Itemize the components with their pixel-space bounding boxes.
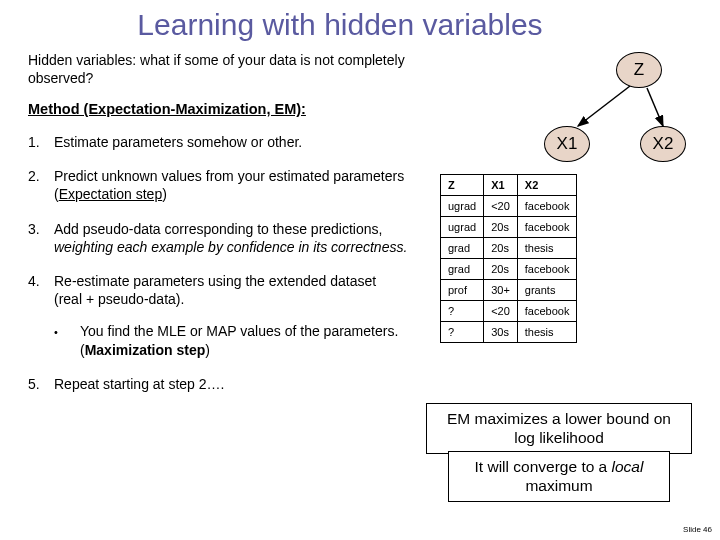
step-num: 1. — [28, 133, 54, 151]
node-z: Z — [616, 52, 662, 88]
table-row: ?<20facebook — [441, 301, 577, 322]
table-row: prof30+grants — [441, 280, 577, 301]
svg-line-0 — [578, 86, 630, 126]
step-text: Estimate parameters somehow or other. — [54, 133, 408, 151]
step-num: 5. — [28, 375, 54, 393]
table-cell: ugrad — [441, 196, 484, 217]
method-heading: Method (Expectation-Maximization, EM): — [28, 91, 408, 127]
step-text: Repeat starting at step 2…. — [54, 375, 408, 393]
node-x2: X2 — [640, 126, 686, 162]
table-cell: ? — [441, 301, 484, 322]
table-cell: <20 — [484, 196, 518, 217]
left-column: Hidden variables: what if some of your d… — [28, 46, 418, 403]
step-3: 3. Add pseudo-data corresponding to thes… — [28, 214, 408, 266]
table-cell: 20s — [484, 259, 518, 280]
table-header: X2 — [517, 175, 577, 196]
bullet-icon: • — [54, 322, 80, 358]
bullet-text: You find the MLE or MAP values of the pa… — [80, 322, 408, 358]
sub-bullet: • You find the MLE or MAP values of the … — [28, 318, 408, 368]
table-header: Z — [441, 175, 484, 196]
slide-number: Slide 46 — [683, 525, 712, 534]
table-cell: facebook — [517, 217, 577, 238]
expectation-step-label: Expectation step — [59, 186, 163, 202]
table-cell: facebook — [517, 196, 577, 217]
text: It will converge to a — [475, 458, 612, 475]
svg-line-1 — [647, 88, 663, 126]
maximization-step-label: Maximization step — [85, 342, 206, 358]
table-row: ?30sthesis — [441, 322, 577, 343]
step-text: Add pseudo-data corresponding to these p… — [54, 220, 408, 256]
step-2: 2. Predict unknown values from your esti… — [28, 161, 408, 213]
node-x1: X1 — [544, 126, 590, 162]
slide-title: Learning with hidden variables — [0, 0, 620, 46]
step-text: Predict unknown values from your estimat… — [54, 167, 408, 203]
table-cell: <20 — [484, 301, 518, 322]
table-cell: thesis — [517, 238, 577, 259]
callout-local-max: It will converge to a local maximum — [448, 451, 670, 502]
step-text: Re-estimate parameters using the extende… — [54, 272, 408, 308]
text: Add pseudo-data corresponding to these p… — [54, 221, 382, 237]
table-cell: facebook — [517, 259, 577, 280]
table-row: grad20sthesis — [441, 238, 577, 259]
table-cell: grants — [517, 280, 577, 301]
table-cell: thesis — [517, 322, 577, 343]
table-cell: grad — [441, 259, 484, 280]
table-cell: 20s — [484, 217, 518, 238]
table-cell: 30s — [484, 322, 518, 343]
table-row: ugrad20sfacebook — [441, 217, 577, 238]
text: ) — [162, 186, 167, 202]
data-table: ZX1X2 ugrad<20facebookugrad20sfacebookgr… — [440, 174, 577, 343]
table-cell: ugrad — [441, 217, 484, 238]
table-cell: 20s — [484, 238, 518, 259]
table-row: ugrad<20facebook — [441, 196, 577, 217]
step-num: 3. — [28, 220, 54, 256]
table-cell: facebook — [517, 301, 577, 322]
step-5: 5. Repeat starting at step 2…. — [28, 369, 408, 403]
step-1: 1. Estimate parameters somehow or other. — [28, 127, 408, 161]
text: ) — [205, 342, 210, 358]
text: maximum — [525, 477, 592, 494]
step-4: 4. Re-estimate parameters using the exte… — [28, 266, 408, 318]
table-cell: ? — [441, 322, 484, 343]
bayes-net-diagram: Z X1 X2 — [518, 52, 688, 167]
table-cell: grad — [441, 238, 484, 259]
step-num: 2. — [28, 167, 54, 203]
emphasis-text: weighting each example by confidence in … — [54, 239, 407, 255]
callout-lower-bound: EM maximizes a lower bound on log likeli… — [426, 403, 692, 454]
step-num: 4. — [28, 272, 54, 308]
emphasis-local: local — [612, 458, 644, 475]
right-column: Z X1 X2 ZX1X2 ugrad<20facebookugrad20sfa… — [418, 46, 708, 403]
table-cell: 30+ — [484, 280, 518, 301]
table-header: X1 — [484, 175, 518, 196]
table-row: grad20sfacebook — [441, 259, 577, 280]
table-cell: prof — [441, 280, 484, 301]
intro-text: Hidden variables: what if some of your d… — [28, 46, 408, 91]
